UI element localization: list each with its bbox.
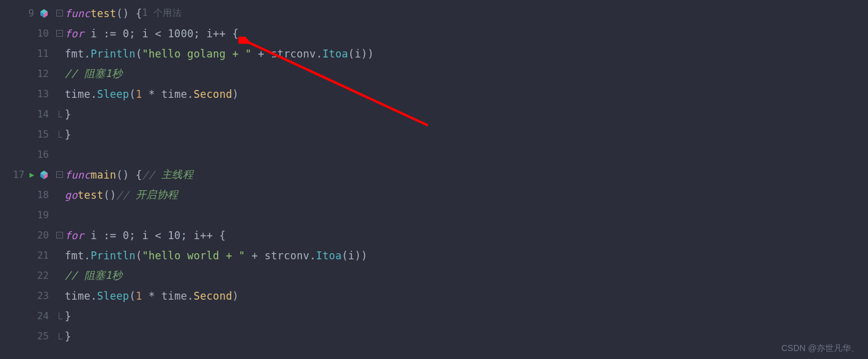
fold-toggle[interactable]: − [56,171,63,178]
code-line[interactable]: } [65,124,868,144]
code-line[interactable]: for i := 0; i < 1000; i++ { [65,23,868,43]
code-line[interactable]: time.Sleep(1 * time.Second) [65,286,868,306]
code-line[interactable] [65,144,868,165]
code-line[interactable]: func test() { 1 个用法 [65,3,868,23]
line-number: 12 [34,68,49,80]
line-number: 13 [34,88,49,100]
code-line[interactable]: func main() { // 主线程 [65,165,868,185]
code-line[interactable]: } [65,326,868,346]
fold-toggle[interactable]: − [56,30,63,37]
code-line[interactable]: } [65,104,868,124]
code-line[interactable]: time.Sleep(1 * time.Second) [65,84,868,104]
gutter-struct-icon[interactable] [39,9,49,18]
code-line[interactable]: fmt.Println("hello world + " + strconv.I… [65,245,868,265]
line-number: 11 [34,48,49,59]
line-number: 24 [34,310,49,322]
line-number: 19 [34,209,49,221]
code-editor[interactable]: 9 10 11 12 13 14 15 16 17 ▶ 18 19 20 21 … [0,0,868,359]
line-number: 15 [34,128,49,140]
line-number: 22 [34,270,49,281]
watermark: CSDN @亦世凡华、 [781,343,859,354]
line-number: 18 [34,189,49,201]
fold-toggle[interactable]: − [56,232,63,239]
run-icon[interactable]: ▶ [29,170,34,179]
fold-end-icon [59,111,62,117]
line-number: 16 [34,149,49,160]
code-line[interactable]: // 阻塞1秒 [65,265,868,286]
line-number: 21 [34,250,49,261]
line-number: 20 [34,229,49,241]
code-line[interactable]: // 阻塞1秒 [65,64,868,84]
gutter: 9 10 11 12 13 14 15 16 17 ▶ 18 19 20 21 … [0,0,55,359]
code-line[interactable]: for i := 0; i < 10; i++ { [65,225,868,245]
code-line[interactable]: } [65,306,868,326]
line-number: 23 [34,290,49,302]
code-line[interactable]: go test() // 开启协程 [65,185,868,205]
line-number: 9 [20,7,34,19]
code-area[interactable]: func test() { 1 个用法 for i := 0; i < 1000… [64,0,868,359]
fold-end-icon [59,313,62,319]
line-number: 25 [34,330,49,342]
fold-end-icon [59,333,62,339]
line-number: 14 [34,108,49,120]
gutter-struct-icon[interactable] [39,170,49,180]
fold-column: − − − − [55,0,64,359]
fold-end-icon [59,131,62,138]
usage-hint[interactable]: 1 个用法 [142,7,182,19]
code-line[interactable]: fmt.Println("hello golang + " + strconv.… [65,43,868,64]
fold-toggle[interactable]: − [56,10,63,17]
line-number: 10 [34,28,49,39]
line-number: 17 [10,169,24,180]
code-line[interactable] [65,205,868,225]
